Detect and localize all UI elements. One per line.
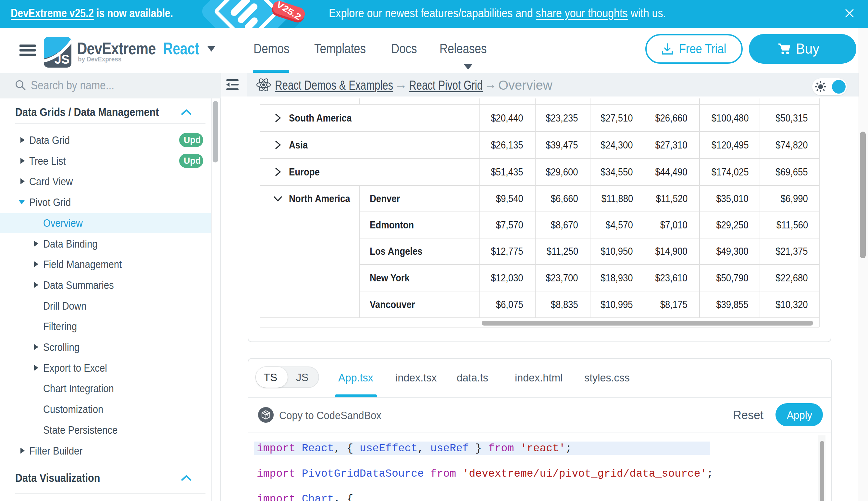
svg-text:JS: JS	[55, 53, 69, 66]
